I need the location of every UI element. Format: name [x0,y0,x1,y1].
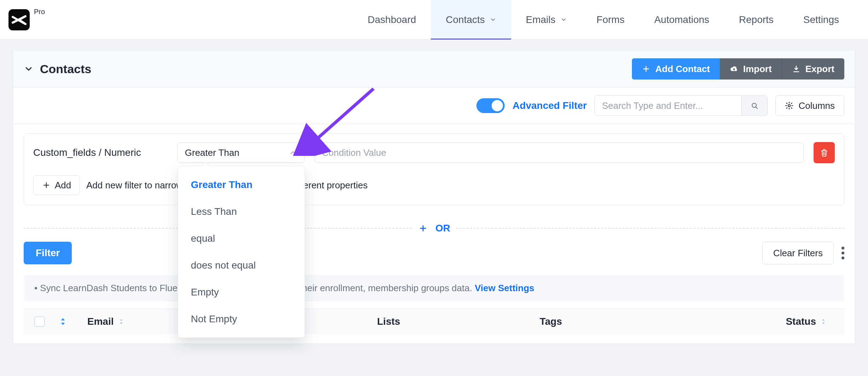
nav-emails[interactable]: Emails [511,0,582,40]
operator-select[interactable]: Greater Than Greater Than Less Than equa… [177,142,305,163]
panel-header: Contacts Add Contact Import Export [13,51,855,88]
panel-actions: Add Contact Import Export [632,58,844,80]
import-button[interactable]: Import [720,58,782,80]
operator-option[interactable]: does not equal [178,252,305,279]
column-lists[interactable]: Lists [377,316,540,327]
view-settings-link[interactable]: View Settings [475,283,534,293]
sort-icon [820,318,827,325]
contacts-table-header: Email Name Lists Tags Status [24,309,844,334]
add-filter-button[interactable]: Add [33,175,80,195]
nav-automations[interactable]: Automations [639,0,724,40]
button-label: Import [743,64,772,75]
nav-label: Settings [803,14,839,25]
button-label: Add [55,180,71,191]
brand: Pro [0,9,59,30]
top-nav: Pro Dashboard Contacts Emails Forms Auto… [0,0,868,40]
chevron-up-icon [289,148,297,157]
column-status[interactable]: Status [731,316,834,327]
or-label: OR [435,223,450,234]
button-label: Add Contact [655,64,710,75]
nav-label: Dashboard [368,14,416,25]
button-label: Columns [798,100,835,111]
nav-label: Forms [597,14,624,25]
plus-icon [42,181,51,189]
main-nav: Dashboard Contacts Emails Forms Automati… [353,0,868,40]
operator-option[interactable]: Empty [178,279,305,306]
page: Contacts Add Contact Import Export Adv [0,40,868,344]
column-label: Email [87,316,114,327]
operator-option[interactable]: Less Than [178,198,305,225]
column-label: Status [786,316,816,327]
chevron-down-icon [561,17,567,23]
operator-option[interactable]: Not Empty [178,306,305,333]
plus-icon: ＋ [418,221,428,235]
add-contact-button[interactable]: Add Contact [632,58,720,80]
primary-sort-button[interactable] [59,317,87,326]
nav-reports[interactable]: Reports [724,0,788,40]
operator-option[interactable]: Greater Than [178,171,305,198]
button-label: Export [805,64,834,75]
svg-point-1 [788,105,790,107]
nav-label: Reports [739,14,774,25]
brand-logo [8,9,30,30]
search-field [594,95,768,116]
search-button[interactable] [741,96,767,116]
nav-contacts[interactable]: Contacts [431,0,511,40]
or-divider[interactable]: ＋ OR [24,221,844,235]
toolbar: Advanced Filter Columns [13,88,855,124]
column-tags[interactable]: Tags [540,316,731,327]
brand-tier-label: Pro [34,8,45,16]
chevron-down-icon [490,17,496,23]
plus-icon [642,65,650,73]
filter-actions: Filter Clear Filters [24,242,844,264]
filter-condition-row: Custom_fields / Numeric Greater Than Gre… [33,142,835,163]
nav-settings[interactable]: Settings [788,0,854,40]
page-title: Contacts [40,62,91,76]
sync-info-banner: • Sync LearnDash Students to FluentCRM a… [24,275,844,301]
download-icon [792,65,800,73]
operator-option[interactable]: equal [178,225,305,252]
nav-label: Automations [654,14,709,25]
filter-builder: Custom_fields / Numeric Greater Than Gre… [13,124,855,343]
cloud-upload-icon [730,65,738,73]
condition-value-input[interactable] [315,142,804,163]
delete-condition-button[interactable] [814,142,835,163]
nav-label: Contacts [446,14,485,25]
search-icon [750,101,759,110]
clear-filters-button[interactable]: Clear Filters [762,242,834,264]
filter-group: Custom_fields / Numeric Greater Than Gre… [24,133,844,205]
trash-icon [820,148,828,157]
select-all-checkbox[interactable] [34,316,45,327]
nav-label: Emails [526,14,556,25]
advanced-filter-label: Advanced Filter [512,100,587,111]
gear-icon [785,101,793,110]
sort-icon [118,318,124,325]
add-filter-row: Add Add new filter to narrow down your d… [33,175,835,195]
column-label: Tags [540,316,562,327]
export-button[interactable]: Export [782,58,844,80]
contacts-panel: Contacts Add Contact Import Export Adv [13,50,855,344]
column-label: Lists [377,316,400,327]
svg-point-0 [752,103,756,107]
operator-dropdown: Greater Than Less Than equal does not eq… [178,166,305,338]
chevron-down-icon[interactable] [24,64,34,74]
sort-arrows-icon [59,317,67,326]
filter-field-label: Custom_fields / Numeric [33,147,168,158]
search-input[interactable] [595,100,741,111]
columns-button[interactable]: Columns [775,95,844,116]
select-value: Greater Than [185,147,239,158]
nav-forms[interactable]: Forms [582,0,639,40]
nav-dashboard[interactable]: Dashboard [353,0,431,40]
more-actions-button[interactable] [841,247,844,259]
apply-filter-button[interactable]: Filter [24,242,72,264]
advanced-filter-toggle[interactable] [476,98,505,113]
